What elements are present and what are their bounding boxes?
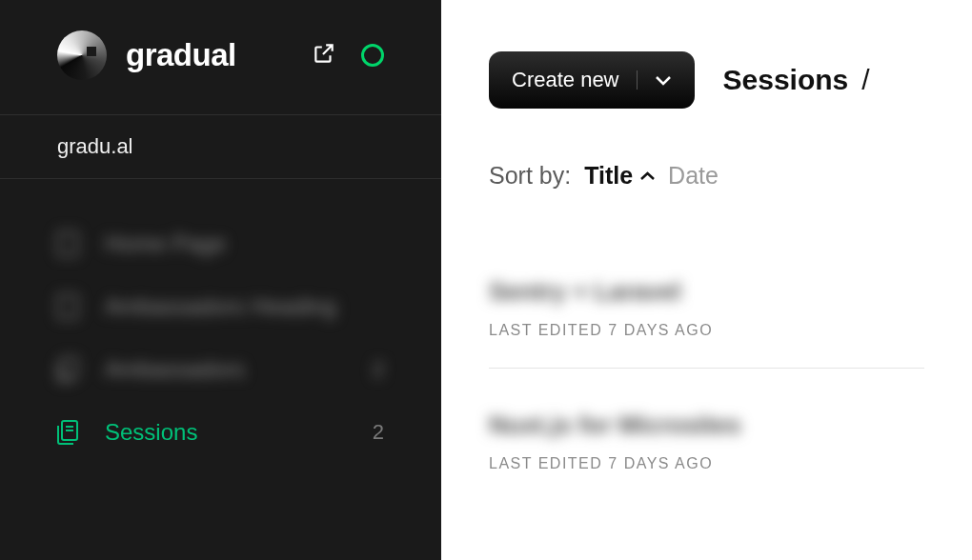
main-content: Create new Sessions / Sort by: Title Dat…: [441, 0, 972, 560]
logo-icon: [57, 30, 107, 80]
page-icon: [57, 294, 78, 319]
sidebar-header: gradual: [0, 0, 441, 115]
session-list: Sentry + Laravel LAST EDITED 7 DAYS AGO …: [441, 235, 972, 501]
sidebar: gradual gradu.al Home Page Ambassadors H…: [0, 0, 441, 560]
toolbar: Create new Sessions /: [441, 51, 972, 109]
sidebar-item-sessions[interactable]: Sessions 2: [57, 419, 384, 446]
sort-by-title[interactable]: Title: [584, 162, 655, 190]
session-item[interactable]: Nuxt.js for Microsites LAST EDITED 7 DAY…: [489, 369, 924, 501]
breadcrumb-separator: /: [861, 64, 869, 96]
sidebar-item-label: Ambassadors Heading: [105, 293, 357, 320]
external-link-icon[interactable]: [312, 41, 336, 70]
svg-rect-2: [62, 358, 77, 377]
session-meta: LAST EDITED 7 DAYS AGO: [489, 455, 924, 472]
separator: [637, 70, 638, 90]
breadcrumb-item[interactable]: Sessions: [723, 64, 849, 96]
chevron-up-icon: [640, 171, 655, 180]
sidebar-item-ambassadors-heading[interactable]: Ambassadors Heading: [57, 293, 384, 320]
session-meta: LAST EDITED 7 DAYS AGO: [489, 322, 924, 339]
sidebar-item-ambassadors[interactable]: Ambassadors 2: [57, 356, 384, 383]
create-label: Create new: [512, 68, 619, 92]
create-new-button[interactable]: Create new: [489, 51, 695, 109]
svg-rect-0: [58, 232, 77, 255]
sidebar-item-count: 2: [373, 420, 384, 445]
sidebar-item-label: Sessions: [105, 419, 346, 446]
sidebar-item-home[interactable]: Home Page: [57, 230, 384, 257]
svg-rect-1: [58, 295, 77, 318]
sort-label: Sort by:: [489, 162, 571, 190]
sidebar-item-label: Ambassadors: [105, 356, 346, 383]
sidebar-item-count: 2: [373, 357, 384, 382]
status-indicator-icon: [361, 44, 384, 67]
session-title: Sentry + Laravel: [489, 277, 924, 307]
sort-row: Sort by: Title Date: [441, 109, 972, 235]
session-item[interactable]: Sentry + Laravel LAST EDITED 7 DAYS AGO: [489, 235, 924, 369]
collection-icon: [57, 357, 78, 382]
collection-icon: [57, 420, 78, 445]
nav-list: Home Page Ambassadors Heading Ambassador…: [0, 179, 441, 446]
brand-name: gradual: [126, 37, 236, 73]
breadcrumb: Sessions /: [723, 64, 870, 96]
session-title: Nuxt.js for Microsites: [489, 410, 924, 440]
project-url[interactable]: gradu.al: [0, 115, 441, 179]
page-icon: [57, 231, 78, 256]
header-icons: [312, 41, 384, 70]
chevron-down-icon: [655, 75, 672, 86]
sidebar-item-label: Home Page: [105, 230, 357, 257]
sort-by-date[interactable]: Date: [668, 162, 719, 190]
